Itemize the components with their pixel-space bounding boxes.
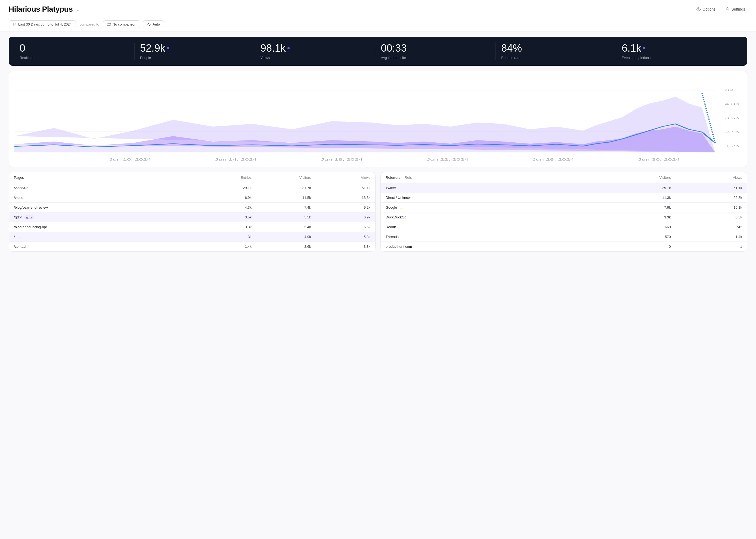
referrer-name: producthunt.com — [386, 245, 600, 249]
referrer-visitors: 29.1k — [600, 186, 671, 190]
referrer-name: Threads — [386, 235, 600, 239]
stat-bounce: 84% Bounce rate — [496, 43, 616, 60]
chevron-down-icon[interactable]: ⌄ — [76, 6, 80, 12]
no-comparison-button[interactable]: No comparison — [103, 20, 140, 28]
stat-people-value: 52.9k — [140, 43, 249, 54]
main-chart: 1.2K 2.4K 3.6K 4.8K 6K Jun 10, 2024 Jun … — [14, 76, 742, 163]
referrer-visitors: 0 — [600, 245, 671, 249]
referrer-views: 1.4k — [671, 235, 742, 239]
views-dot — [287, 47, 290, 49]
pages-table-header: Pages Entries Visitors Views — [9, 172, 375, 183]
gdpr-badge: gdpr — [25, 215, 34, 219]
page-visitors: 11.5k — [251, 195, 311, 200]
page-entries: 3k — [192, 235, 252, 239]
page-path: /contact — [14, 245, 192, 249]
stat-realtime: 0 Realtime — [20, 43, 135, 60]
compare-icon — [107, 23, 111, 26]
page-path: /blog/announcing-hp/ — [14, 225, 192, 229]
referrer-views: 1 — [671, 245, 742, 249]
page-visitors: 4.9k — [251, 235, 311, 239]
ref-views-col-header: Views — [671, 176, 742, 180]
page-visitors: 31.7k — [251, 186, 311, 190]
table-row: /video 6.9k 11.5k 13.3k — [9, 193, 375, 203]
pages-table: Pages Entries Visitors Views /video/02 2… — [9, 172, 376, 252]
refs-tab[interactable]: Refs — [405, 176, 412, 180]
stat-events-label: Event completions — [622, 56, 731, 60]
options-button[interactable]: Options — [694, 6, 718, 13]
stat-events-value: 6.1k — [622, 43, 731, 54]
svg-text:4.8K: 4.8K — [725, 103, 740, 106]
table-row: /contact 1.4k 2.6k 3.3k — [9, 242, 375, 251]
referrer-views: 742 — [671, 225, 742, 229]
page-views: 6.9k — [311, 215, 371, 219]
stat-avg-time: 00:33 Avg time on site — [375, 43, 496, 60]
stat-realtime-label: Realtime — [20, 56, 129, 60]
page-entries: 4.3k — [192, 205, 252, 209]
referrer-name: Direct / Unknown — [386, 195, 600, 200]
visitors-col-header: Visitors — [251, 176, 311, 180]
page-entries: 1.4k — [192, 245, 252, 249]
svg-text:Jun 10, 2024: Jun 10, 2024 — [109, 158, 151, 161]
referrer-name: Twitter — [386, 186, 600, 190]
referrer-views: 51.1k — [671, 186, 742, 190]
header-right: Options Settings — [694, 6, 747, 13]
views-col-header: Views — [311, 176, 371, 180]
referrers-tab[interactable]: Referrers — [386, 176, 400, 180]
referrer-views: 6.5k — [671, 215, 742, 219]
referrer-views: 22.3k — [671, 195, 742, 200]
stat-views-value: 98.1k — [260, 43, 370, 54]
table-row: Threads 570 1.4k — [381, 232, 747, 242]
date-range-label: Last 30 Days: Jun 5 to Jul 4, 2024 — [18, 22, 72, 26]
referrer-visitors: 3.3k — [600, 215, 671, 219]
referrer-name: DuckDuckGo — [386, 215, 600, 219]
page-entries: 6.9k — [192, 195, 252, 200]
stats-bar: 0 Realtime 52.9k People 98.1k Views 00:3… — [9, 37, 747, 66]
table-row: Direct / Unknown 11.3k 22.3k — [381, 193, 747, 203]
stat-avg-time-value: 00:33 — [381, 43, 490, 54]
referrer-views: 16.1k — [671, 205, 742, 209]
pages-col-header: Pages — [14, 176, 192, 180]
referrer-name: Reddit — [386, 225, 600, 229]
page-visitors: 2.6k — [251, 245, 311, 249]
table-row: Reddit 669 742 — [381, 222, 747, 232]
svg-text:Jun 26, 2024: Jun 26, 2024 — [532, 158, 574, 161]
svg-point-1 — [727, 8, 728, 9]
date-range-button[interactable]: Last 30 Days: Jun 5 to Jul 4, 2024 — [9, 20, 76, 28]
auto-label: Auto — [152, 22, 160, 26]
toolbar: Last 30 Days: Jun 5 to Jul 4, 2024 compa… — [0, 17, 756, 32]
referrer-name: Google — [386, 205, 600, 209]
table-row: /video/02 29.1k 31.7k 51.1k — [9, 183, 375, 193]
page-visitors: 5.5k — [251, 215, 311, 219]
settings-button[interactable]: Settings — [723, 6, 747, 13]
table-row: Twitter 29.1k 51.1k — [381, 183, 747, 193]
header: Hilarious Platypus ⌄ Options Settings — [0, 0, 756, 17]
chart-container: 1.2K 2.4K 3.6K 4.8K 6K Jun 10, 2024 Jun … — [9, 71, 747, 167]
stat-realtime-value: 0 — [20, 43, 129, 54]
table-row: /blog/year-end-review 4.3k 7.4k 9.2k — [9, 203, 375, 212]
pages-tab[interactable]: Pages — [14, 176, 24, 180]
page-views: 6.5k — [311, 225, 371, 229]
chart-line-icon — [147, 23, 151, 26]
page-entries: 3.5k — [192, 215, 252, 219]
auto-button[interactable]: Auto — [143, 20, 164, 28]
page-views: 51.1k — [311, 186, 371, 190]
calendar-icon — [13, 23, 17, 26]
page-path: /blog/year-end-review — [14, 205, 192, 209]
stat-avg-time-label: Avg time on site — [381, 56, 490, 60]
referrer-visitors: 11.3k — [600, 195, 671, 200]
svg-text:6K: 6K — [725, 89, 734, 92]
referrer-visitors: 7.9k — [600, 205, 671, 209]
svg-text:Jun 14, 2024: Jun 14, 2024 — [215, 158, 257, 161]
person-icon — [725, 7, 730, 11]
table-row: Google 7.9k 16.1k — [381, 203, 747, 212]
stat-views-label: Views — [260, 56, 370, 60]
gear-icon — [697, 7, 701, 11]
page-views: 3.3k — [311, 245, 371, 249]
svg-rect-2 — [13, 23, 16, 26]
options-label: Options — [703, 7, 715, 11]
stat-events: 6.1k Event completions — [616, 43, 736, 60]
page-visitors: 7.4k — [251, 205, 311, 209]
root-badge — [17, 237, 21, 238]
referrers-col-header: Referrers Refs — [386, 176, 600, 180]
site-title: Hilarious Platypus — [9, 5, 73, 14]
